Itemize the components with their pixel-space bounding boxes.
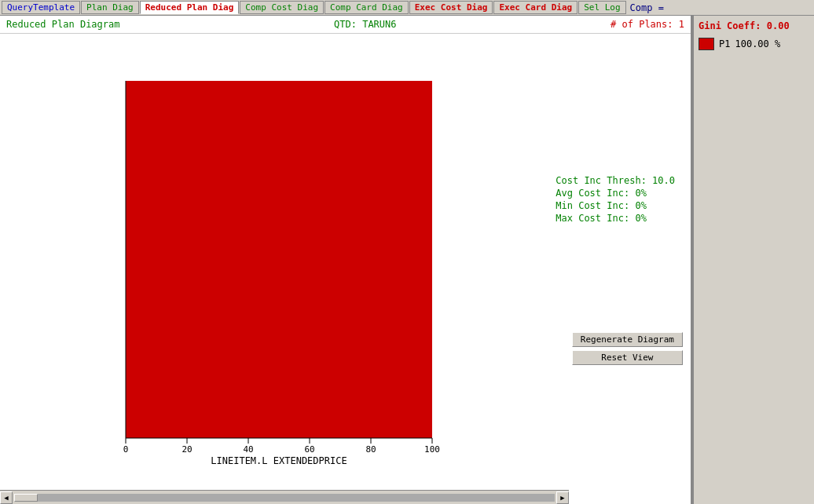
- legend-color-p1: [698, 38, 714, 50]
- scroll-right-button[interactable]: ▶: [556, 491, 569, 504]
- qtd-label: QTD: TARUN6: [334, 19, 397, 30]
- tab-bar: QueryTemplate Plan Diag Reduced Plan Dia…: [0, 0, 814, 16]
- regenerate-diagram-button[interactable]: Regenerate Diagram: [572, 332, 683, 347]
- tab-sel-log[interactable]: Sel Log: [578, 1, 625, 14]
- chart-area: Cost Inc Thresh: 10.0 Avg Cost Inc: 0% M…: [0, 34, 691, 495]
- svg-text:60: 60: [304, 444, 314, 455]
- num-plans-label: # of Plans: 1: [610, 19, 684, 30]
- tab-exec-card-diag[interactable]: Exec Card Diag: [493, 1, 578, 14]
- content-area: Reduced Plan Diagram QTD: TARUN6 # of Pl…: [0, 16, 692, 504]
- tab-reduced-plan-diag[interactable]: Reduced Plan Diag: [140, 1, 240, 14]
- chart-svg: 0 20 40 60 80 100 LINEITEM.L_EXTENDEDPRI…: [118, 73, 456, 466]
- max-cost-inc: Max Cost Inc: 0%: [556, 213, 675, 224]
- button-panel: Regenerate Diagram Reset View: [572, 332, 683, 365]
- tab-exec-cost-diag[interactable]: Exec Cost Diag: [409, 1, 493, 14]
- comp-eq-label: Comp =: [627, 2, 667, 13]
- tab-comp-card-diag[interactable]: Comp Card Diag: [324, 1, 409, 14]
- cost-inc-thresh: Cost Inc Thresh: 10.0: [556, 175, 675, 186]
- scroll-track[interactable]: [14, 494, 555, 502]
- scroll-thumb[interactable]: [14, 494, 38, 502]
- svg-text:80: 80: [365, 444, 376, 455]
- x-axis-label: LINEITEM.L_EXTENDEDPRICE: [211, 455, 346, 466]
- svg-text:0: 0: [123, 444, 129, 455]
- diagram-title: Reduced Plan Diagram: [6, 19, 120, 30]
- stats-panel: Cost Inc Thresh: 10.0 Avg Cost Inc: 0% M…: [556, 175, 675, 225]
- chart-svg-container: 0 20 40 60 80 100 LINEITEM.L_EXTENDEDPRI…: [118, 73, 574, 489]
- reset-view-button[interactable]: Reset View: [572, 350, 683, 365]
- right-sidebar: Gini Coeff: 0.00 P1 100.00 %: [692, 16, 814, 504]
- tab-plan-diag[interactable]: Plan Diag: [81, 1, 139, 14]
- avg-cost-inc: Avg Cost Inc: 0%: [556, 188, 675, 199]
- legend-label-p1: P1: [719, 38, 730, 49]
- svg-text:20: 20: [182, 444, 192, 455]
- tab-querytemplate[interactable]: QueryTemplate: [2, 1, 80, 14]
- content-header: Reduced Plan Diagram QTD: TARUN6 # of Pl…: [0, 16, 691, 34]
- svg-text:100: 100: [424, 444, 440, 455]
- min-cost-inc: Min Cost Inc: 0%: [556, 200, 675, 211]
- scroll-left-button[interactable]: ◀: [0, 491, 13, 504]
- legend-pct-p1: 100.00 %: [735, 38, 780, 49]
- main-layout: Reduced Plan Diagram QTD: TARUN6 # of Pl…: [0, 16, 814, 504]
- tab-comp-cost-diag[interactable]: Comp Cost Diag: [240, 1, 324, 14]
- svg-text:40: 40: [243, 444, 253, 455]
- gini-coeff-header: Gini Coeff: 0.00: [698, 20, 809, 31]
- chart-bar: [126, 81, 432, 438]
- legend-item-p1: P1 100.00 %: [698, 38, 809, 50]
- bottom-scrollbar: ◀ ▶: [0, 490, 569, 504]
